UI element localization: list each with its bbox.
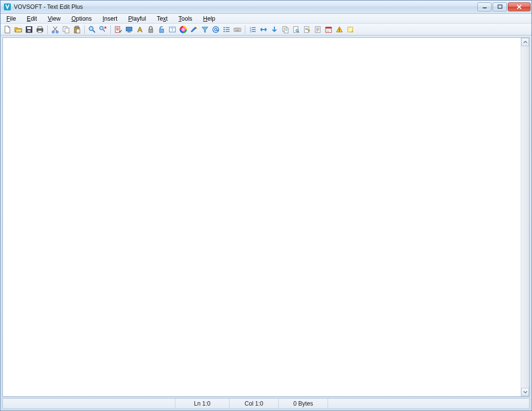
editor-container (2, 37, 530, 397)
svg-rect-15 (76, 29, 80, 33)
replace-icon (99, 26, 107, 33)
toolbar: T 123 (0, 24, 532, 35)
find-icon (88, 26, 96, 33)
filter-button[interactable] (200, 25, 210, 34)
brush-icon (190, 26, 198, 33)
page-text-icon (314, 26, 322, 33)
window-title: VOVSOFT - Text Edit Plus (14, 3, 477, 10)
scroll-up-button[interactable] (521, 38, 529, 46)
email-button[interactable] (211, 25, 221, 34)
copy-button[interactable] (61, 25, 71, 34)
svg-point-17 (100, 26, 103, 30)
menu-tools-ul: T (178, 15, 181, 22)
toolbar-separator (245, 25, 245, 34)
open-icon (14, 26, 22, 33)
menu-options-ul: O (71, 15, 76, 22)
svg-point-26 (213, 27, 219, 32)
toolbar-separator (84, 25, 85, 34)
svg-point-28 (224, 27, 225, 28)
sort-down-button[interactable] (269, 25, 279, 34)
page-copy-icon (281, 26, 289, 33)
page-text-button[interactable] (313, 25, 323, 34)
page-find-button[interactable] (291, 25, 301, 34)
page-copy-button[interactable] (280, 25, 290, 34)
paste-icon (73, 26, 81, 33)
svg-text:T: T (171, 28, 174, 32)
svg-rect-8 (38, 31, 42, 32)
replace-button[interactable] (98, 25, 108, 34)
unlock-icon (158, 26, 166, 33)
spellcheck-button[interactable] (113, 25, 123, 34)
copy-icon (62, 26, 70, 33)
warning-button[interactable] (334, 25, 344, 34)
svg-point-38 (296, 29, 299, 32)
vertical-scrollbar[interactable] (521, 38, 529, 396)
paste-button[interactable] (72, 25, 82, 34)
menu-file[interactable]: File (1, 14, 22, 23)
toolbar-separator (110, 25, 111, 34)
bullet-list-button[interactable] (222, 25, 232, 34)
textbox-icon: T (168, 26, 176, 33)
save-button[interactable] (24, 25, 34, 34)
minimize-button[interactable] (477, 2, 492, 11)
warning-icon (335, 26, 343, 33)
menu-edit-ul: E (27, 15, 31, 22)
down-arrow-icon (270, 26, 278, 33)
menu-insert-ul: I (102, 15, 104, 22)
fullscreen-button[interactable] (124, 25, 134, 34)
unlock-button[interactable] (157, 25, 166, 34)
new-button[interactable] (2, 25, 12, 34)
app-window: VOVSOFT - Text Edit Plus File Edit View … (0, 0, 532, 411)
scroll-track[interactable] (521, 46, 529, 388)
numbered-list-button[interactable]: 123 (248, 25, 258, 34)
color-wheel-icon (179, 26, 187, 33)
textbox-button[interactable]: T (167, 25, 177, 34)
page-find-icon (292, 26, 300, 33)
swap-button[interactable] (259, 25, 268, 34)
title-bar[interactable]: VOVSOFT - Text Edit Plus (0, 0, 532, 14)
menu-bar: File Edit View Options Insert Playful Te… (0, 14, 532, 24)
find-button[interactable] (87, 25, 97, 34)
cut-button[interactable] (50, 25, 60, 34)
close-button[interactable] (508, 2, 531, 11)
keyboard-button[interactable] (233, 25, 242, 34)
menu-edit[interactable]: Edit (22, 14, 43, 23)
note-button[interactable] (345, 25, 355, 34)
svg-rect-20 (128, 32, 131, 32)
print-button[interactable] (35, 25, 45, 34)
open-button[interactable] (13, 25, 23, 34)
svg-rect-18 (115, 27, 120, 32)
svg-rect-31 (234, 28, 241, 32)
status-pane-line: Ln 1:0 (175, 399, 230, 409)
menu-playful-ul: P (128, 15, 132, 22)
menu-text[interactable]: Text (152, 14, 173, 23)
text-editor[interactable] (3, 38, 521, 396)
svg-point-10 (56, 31, 58, 33)
menu-options[interactable]: Options (66, 14, 98, 23)
menu-view[interactable]: View (43, 14, 66, 23)
menu-text-ul: x (163, 15, 166, 22)
menu-help[interactable]: Help (198, 14, 221, 23)
calendar-icon (325, 26, 332, 33)
menu-insert[interactable]: Insert (98, 14, 123, 23)
font-icon (136, 26, 144, 33)
svg-point-9 (52, 31, 54, 33)
spellcheck-icon (114, 26, 122, 33)
status-bar: Ln 1:0 Col 1:0 0 Bytes (2, 398, 530, 409)
calendar-button[interactable] (324, 25, 333, 34)
toolbar-separator (47, 25, 48, 34)
menu-view-ul: V (48, 15, 52, 22)
svg-rect-19 (126, 27, 132, 31)
highlight-button[interactable] (189, 25, 199, 34)
scroll-down-button[interactable] (521, 388, 529, 396)
page-replace-button[interactable] (302, 25, 312, 34)
lock-button[interactable] (146, 25, 156, 34)
maximize-button[interactable] (493, 2, 507, 11)
font-button[interactable] (135, 25, 145, 34)
menu-file-ul: F (6, 15, 10, 22)
svg-point-16 (89, 27, 93, 31)
filter-icon (201, 26, 209, 33)
menu-tools[interactable]: Tools (173, 14, 198, 23)
menu-playful[interactable]: Playful (123, 14, 152, 23)
color-button[interactable] (178, 25, 188, 34)
